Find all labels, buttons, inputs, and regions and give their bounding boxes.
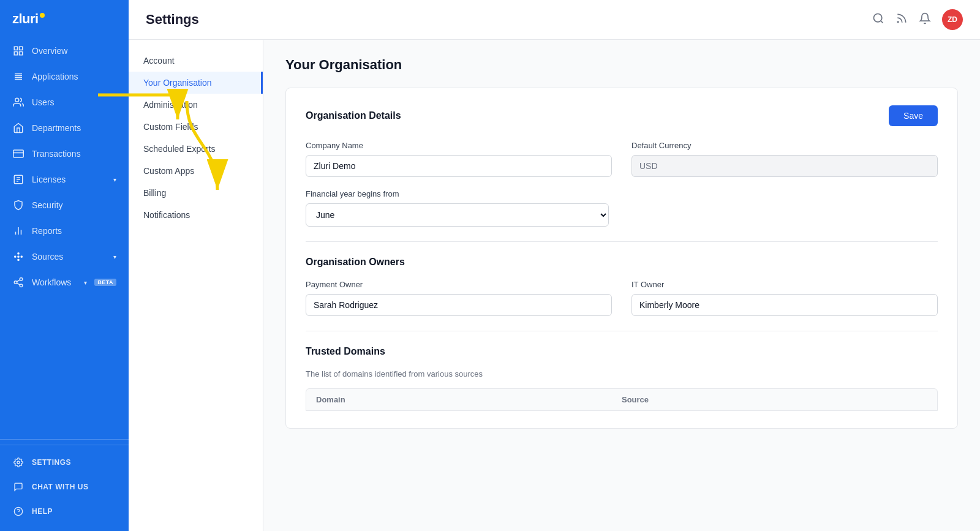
sidebar-item-departments-label: Departments xyxy=(32,123,81,133)
logo-text: zluri xyxy=(12,11,39,27)
bar-chart-icon xyxy=(12,225,24,237)
settings-nav-administration[interactable]: Administration xyxy=(129,94,263,116)
sidebar-item-help[interactable]: HELP xyxy=(0,499,129,524)
settings-nav-account[interactable]: Account xyxy=(129,50,263,72)
it-owner-group: IT Owner xyxy=(631,280,938,316)
company-name-input[interactable] xyxy=(306,155,612,177)
trusted-domains-table-header: Domain Source xyxy=(306,388,938,411)
page-title: Settings xyxy=(146,12,199,28)
sidebar-divider xyxy=(0,439,129,440)
sidebar-logo: zluri xyxy=(0,0,129,36)
sidebar-item-users[interactable]: Users xyxy=(0,89,129,115)
svg-point-29 xyxy=(897,21,899,23)
company-name-group: Company Name xyxy=(306,141,612,177)
org-details-header: Organisation Details Save xyxy=(306,105,938,126)
default-currency-group: Default Currency xyxy=(631,141,938,177)
org-details-card: Organisation Details Save Company Name D… xyxy=(285,88,958,429)
sidebar-item-transactions-label: Transactions xyxy=(32,149,81,159)
trusted-domains-title: Trusted Domains xyxy=(306,346,938,357)
search-icon[interactable] xyxy=(872,12,884,28)
settings-nav-your-organisation[interactable]: Your Organisation xyxy=(129,72,263,94)
chevron-down-icon-sources: ▾ xyxy=(113,254,116,260)
sidebar-item-departments[interactable]: Departments xyxy=(0,115,129,141)
svg-point-17 xyxy=(15,256,16,257)
source-col-header: Source xyxy=(622,395,927,404)
svg-line-22 xyxy=(17,283,20,285)
svg-rect-2 xyxy=(14,52,17,55)
grid-icon xyxy=(12,45,24,57)
chat-icon xyxy=(12,481,24,493)
sidebar-item-licenses-label: Licenses xyxy=(32,175,66,184)
svg-point-21 xyxy=(20,284,23,287)
sidebar-help-label: HELP xyxy=(32,507,53,516)
it-owner-input[interactable] xyxy=(631,294,938,316)
payment-owner-group: Payment Owner xyxy=(306,280,612,316)
header: Settings ZD xyxy=(129,0,980,40)
sidebar-item-chat[interactable]: CHAT WITH US xyxy=(0,475,129,499)
svg-line-23 xyxy=(17,280,20,282)
workflow-icon xyxy=(12,276,24,288)
settings-nav-billing[interactable]: Billing xyxy=(129,182,263,204)
sidebar-item-sources[interactable]: Sources ▾ xyxy=(0,244,129,269)
org-owners-form: Payment Owner IT Owner xyxy=(306,280,938,316)
sidebar-settings-label: SETTINGS xyxy=(32,458,71,467)
sidebar-item-security[interactable]: Security xyxy=(0,192,129,218)
payment-owner-input[interactable] xyxy=(306,294,612,316)
settings-nav-custom-fields[interactable]: Custom Fields xyxy=(129,116,263,138)
company-name-label: Company Name xyxy=(306,141,612,150)
svg-rect-0 xyxy=(14,47,17,50)
svg-line-28 xyxy=(881,20,883,23)
sidebar-item-sources-label: Sources xyxy=(32,252,63,262)
avatar[interactable]: ZD xyxy=(942,9,963,30)
users-icon xyxy=(12,96,24,108)
sidebar-item-overview[interactable]: Overview xyxy=(0,38,129,64)
financial-year-select[interactable]: January February March April May June Ju… xyxy=(306,203,609,227)
settings-sidebar: Account Your Organisation Administration… xyxy=(129,40,263,531)
header-actions: ZD xyxy=(872,9,963,30)
svg-point-4 xyxy=(15,98,19,102)
bell-icon[interactable] xyxy=(919,12,931,28)
shield-icon xyxy=(12,199,24,211)
domain-col-header: Domain xyxy=(316,395,622,404)
sidebar-item-settings[interactable]: SETTINGS xyxy=(0,450,129,475)
sidebar-item-applications-label: Applications xyxy=(32,72,78,81)
section-divider-2 xyxy=(306,331,938,331)
document-icon xyxy=(12,173,24,186)
rss-icon[interactable] xyxy=(895,12,908,28)
sidebar-item-reports[interactable]: Reports xyxy=(0,218,129,244)
section-divider-1 xyxy=(306,241,938,242)
org-owners-section: Organisation Owners Payment Owner IT Own… xyxy=(306,257,938,316)
svg-rect-3 xyxy=(20,52,23,55)
sidebar-item-security-label: Security xyxy=(32,200,63,210)
sidebar-item-applications[interactable]: Applications xyxy=(0,64,129,89)
sidebar-item-licenses[interactable]: Licenses ▾ xyxy=(0,167,129,192)
sidebar-item-transactions[interactable]: Transactions xyxy=(0,141,129,167)
settings-nav-notifications[interactable]: Notifications xyxy=(129,204,263,226)
org-owners-title: Organisation Owners xyxy=(306,257,938,268)
sidebar-item-workflows[interactable]: Workflows ▾ BETA xyxy=(0,269,129,295)
svg-point-18 xyxy=(21,256,22,257)
svg-point-14 xyxy=(18,253,19,254)
logo-dot xyxy=(40,13,45,18)
sidebar-chat-label: CHAT WITH US xyxy=(32,483,88,491)
sidebar-item-overview-label: Overview xyxy=(32,46,67,56)
section-title: Your Organisation xyxy=(285,57,958,73)
chevron-down-icon: ▾ xyxy=(113,176,116,183)
main-content: Your Organisation Organisation Details S… xyxy=(263,40,980,531)
main-area: Settings ZD xyxy=(129,0,980,531)
svg-rect-1 xyxy=(20,47,23,50)
org-details-title: Organisation Details xyxy=(306,110,401,121)
building-icon xyxy=(12,122,24,134)
financial-year-group-wrapper: Financial year begins from January Febru… xyxy=(306,189,938,227)
sidebar-item-reports-label: Reports xyxy=(32,226,62,236)
settings-nav-scheduled-exports[interactable]: Scheduled Exports xyxy=(129,138,263,160)
beta-badge: BETA xyxy=(94,279,116,286)
trusted-domains-section: Trusted Domains The list of domains iden… xyxy=(306,346,938,411)
svg-point-19 xyxy=(20,278,23,281)
content-wrapper: Account Your Organisation Administration… xyxy=(129,40,980,531)
it-owner-label: IT Owner xyxy=(631,280,938,289)
settings-nav-custom-apps[interactable]: Custom Apps xyxy=(129,160,263,182)
save-button[interactable]: Save xyxy=(889,105,938,126)
chevron-down-icon-workflows: ▾ xyxy=(84,279,87,286)
financial-year-label: Financial year begins from xyxy=(306,189,609,198)
